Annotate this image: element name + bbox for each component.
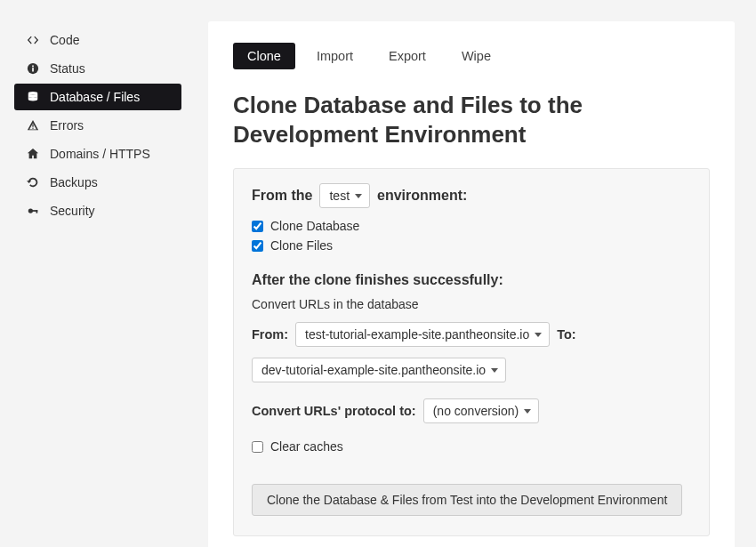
sidebar-item-label: Errors [50,118,84,133]
page-title: Clone Database and Files to the Developm… [233,91,710,149]
sidebar-item-domains[interactable]: Domains / HTTPS [14,141,181,167]
svg-point-3 [28,92,38,95]
from-url-select[interactable]: test-tutorial-example-site.pantheonsite.… [295,322,550,347]
sidebar-item-label: Status [50,61,85,76]
tab-clone[interactable]: Clone [233,43,295,69]
sidebar-item-errors[interactable]: Errors [14,112,181,139]
to-url-value: dev-tutorial-example-site.pantheonsite.i… [261,363,486,377]
env-select-value: test [329,189,350,203]
clone-files-checkbox[interactable] [252,240,263,252]
sidebar-item-label: Domains / HTTPS [50,147,150,161]
sidebar-item-label: Database / Files [50,90,140,104]
sidebar-item-database-files[interactable]: Database / Files [14,84,181,110]
svg-rect-5 [32,128,33,129]
svg-rect-2 [32,66,34,68]
refresh-icon [25,176,41,189]
tab-export[interactable]: Export [374,43,440,69]
clear-caches-label: Clear caches [270,439,343,454]
chevron-down-icon [535,333,542,337]
sidebar-item-label: Code [50,33,79,47]
warning-icon [25,119,41,132]
clone-files-label: Clone Files [270,238,333,253]
env-select[interactable]: test [319,183,370,208]
sidebar-item-backups[interactable]: Backups [14,169,181,196]
database-icon [25,91,41,103]
svg-rect-8 [36,210,38,213]
main-content: Clone Import Export Wipe Clone Database … [196,0,756,547]
tab-import[interactable]: Import [302,43,367,69]
home-icon [25,148,41,160]
sidebar-item-security[interactable]: Security [14,197,181,224]
sidebar-item-code[interactable]: Code [14,27,181,53]
protocol-select[interactable]: (no conversion) [423,398,540,423]
info-icon [25,62,41,75]
from-env-prefix: From the [252,188,312,204]
chevron-down-icon [524,409,531,414]
protocol-value: (no conversion) [433,404,519,418]
key-icon [25,205,41,217]
chevron-down-icon [491,368,498,373]
to-url-label: To: [557,327,575,342]
svg-rect-1 [32,68,34,71]
from-url-label: From: [252,327,288,342]
sidebar-item-status[interactable]: Status [14,55,181,82]
svg-rect-4 [32,125,33,127]
convert-urls-text: Convert URLs in the database [252,297,691,311]
card: Clone Import Export Wipe Clone Database … [208,21,735,547]
clone-panel: From the test environment: Clone Databas… [233,168,710,536]
sidebar-item-label: Security [50,204,95,218]
sidebar: Code Status Database / Files Errors Doma… [0,0,196,547]
from-url-value: test-tutorial-example-site.pantheonsite.… [305,327,529,342]
clone-database-label: Clone Database [270,219,359,233]
code-icon [25,34,41,46]
clear-caches-checkbox[interactable] [252,441,263,453]
after-clone-header: After the clone finishes successfully: [252,272,691,288]
clone-submit-button[interactable]: Clone the Database & Files from Test int… [252,484,682,516]
chevron-down-icon [355,194,362,198]
tabs: Clone Import Export Wipe [233,43,710,69]
from-env-suffix: environment: [377,188,467,204]
tab-wipe[interactable]: Wipe [447,43,505,69]
clone-database-checkbox[interactable] [252,221,263,232]
protocol-label: Convert URLs' protocol to: [252,404,416,418]
sidebar-item-label: Backups [50,175,98,189]
to-url-select[interactable]: dev-tutorial-example-site.pantheonsite.i… [252,358,506,382]
